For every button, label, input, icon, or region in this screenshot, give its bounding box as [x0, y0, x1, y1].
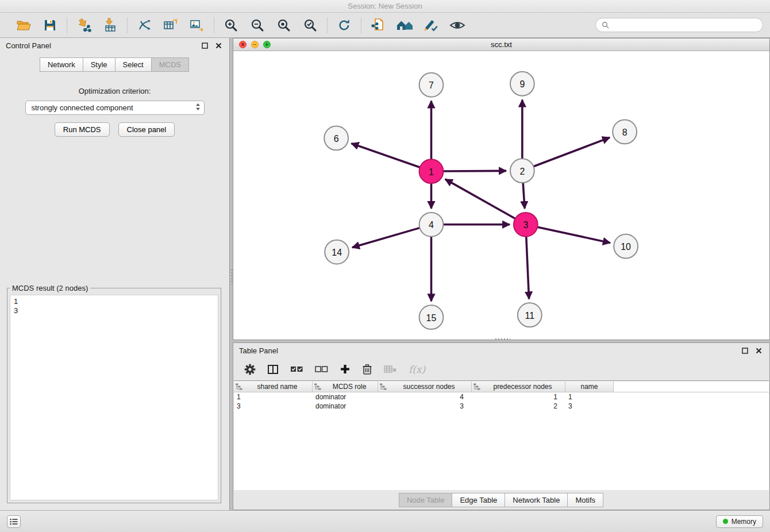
edge-3-11[interactable]: [526, 237, 529, 299]
column-header-predecessor-nodes[interactable]: predecessor nodes: [472, 381, 565, 392]
edge-3-1[interactable]: [445, 179, 515, 219]
close-window-icon[interactable]: ×: [239, 41, 247, 48]
column-header-name[interactable]: name: [565, 381, 614, 392]
column-header-shared-name[interactable]: shared name: [234, 381, 313, 392]
run-mcds-button[interactable]: Run MCDS: [55, 122, 110, 137]
memory-status-icon: [723, 519, 728, 524]
edge-1-6[interactable]: [351, 144, 419, 168]
mcds-result-list[interactable]: 1 3: [10, 295, 218, 500]
refresh-button[interactable]: [335, 16, 353, 34]
close-panel-button[interactable]: Close panel: [118, 122, 175, 137]
optimization-criterion-select[interactable]: strongly connected component: [25, 101, 205, 115]
export-network-button[interactable]: [135, 16, 153, 34]
cell-mcds-role: dominator: [313, 402, 378, 410]
home-layout-button[interactable]: [395, 16, 414, 34]
zoom-in-button[interactable]: [222, 16, 240, 34]
zoom-out-button[interactable]: [248, 16, 267, 34]
float-panel-icon[interactable]: [199, 40, 210, 51]
function-builder-button[interactable]: f(x): [409, 364, 425, 375]
apply-style-button[interactable]: [422, 16, 440, 34]
zoom-fit-icon: [276, 18, 291, 33]
node-3[interactable]: 3: [514, 213, 538, 237]
tab-style[interactable]: Style: [83, 57, 116, 72]
column-header-mcds-role[interactable]: MCDS role: [313, 381, 378, 392]
control-panel-tabbar: Network Style Select MCDS: [0, 57, 229, 72]
splitter-grip-vertical[interactable]: [231, 269, 233, 284]
search-icon: [602, 21, 609, 29]
save-session-button[interactable]: [41, 16, 59, 34]
splitter-grip-horizontal[interactable]: [495, 338, 510, 340]
tab-network-table[interactable]: Network Table: [505, 493, 568, 507]
task-history-button[interactable]: [7, 515, 21, 528]
network-window-titlebar[interactable]: scc.txt × − +: [233, 38, 769, 51]
close-table-panel-icon[interactable]: [753, 345, 764, 356]
tab-network[interactable]: Network: [40, 57, 83, 72]
zoom-fit-button[interactable]: [275, 16, 293, 34]
deselect-all-button[interactable]: [315, 364, 328, 374]
tab-select[interactable]: Select: [115, 57, 152, 72]
zoom-selected-button[interactable]: [301, 16, 319, 34]
window-titlebar[interactable]: Session: New Session: [0, 0, 770, 13]
node-label: 3: [523, 220, 528, 230]
table-row[interactable]: 1 dominator 4 1 1: [234, 392, 769, 402]
tab-mcds[interactable]: MCDS: [151, 57, 189, 72]
node-2[interactable]: 2: [510, 159, 534, 183]
node-4[interactable]: 4: [419, 213, 444, 237]
float-table-panel-icon[interactable]: [740, 345, 750, 356]
network-canvas[interactable]: 7968124314101511: [233, 52, 769, 340]
search-field[interactable]: [595, 18, 763, 32]
mcds-result-line: 3: [14, 306, 214, 315]
node-label: 14: [332, 248, 342, 257]
table-row[interactable]: 3 dominator 3 2 3: [234, 402, 769, 411]
sort-icon: [314, 383, 321, 390]
show-columns-button[interactable]: [267, 364, 279, 375]
node-label: 11: [525, 311, 535, 321]
export-network-icon: [137, 18, 152, 33]
node-6[interactable]: 6: [324, 126, 348, 150]
edge-4-14[interactable]: [352, 228, 419, 248]
tab-edge-table[interactable]: Edge Table: [452, 493, 505, 507]
edge-1-2[interactable]: [443, 171, 506, 171]
open-folder-icon: [16, 18, 32, 32]
export-table-button[interactable]: [161, 16, 180, 34]
tab-node-table[interactable]: Node Table: [399, 493, 453, 507]
node-label: 1: [429, 167, 434, 177]
minimize-window-icon[interactable]: −: [251, 41, 259, 48]
delete-table-button[interactable]: [384, 364, 397, 375]
node-14[interactable]: 14: [325, 240, 349, 264]
edge-2-3[interactable]: [523, 183, 525, 209]
status-bar: Memory: [0, 510, 770, 532]
node-9[interactable]: 9: [510, 72, 534, 96]
mcds-result-box: MCDS result (2 nodes) 1 3: [7, 284, 221, 503]
node-1[interactable]: 1: [419, 159, 444, 183]
network-graph[interactable]: 7968124314101511: [233, 52, 769, 340]
toolbar-group-import: [67, 16, 127, 34]
show-graphics-details-button[interactable]: [448, 16, 467, 34]
search-input[interactable]: [613, 21, 757, 29]
node-10[interactable]: 10: [614, 234, 638, 259]
column-header-successor-nodes[interactable]: successor nodes: [378, 381, 472, 392]
home-icon: [396, 18, 413, 33]
maximize-window-icon[interactable]: +: [263, 41, 271, 48]
close-panel-icon[interactable]: [213, 40, 224, 51]
control-panel: Control Panel Network Style Select MCDS …: [0, 38, 230, 510]
table-panel-title: Table Panel: [239, 346, 736, 355]
node-15[interactable]: 15: [419, 305, 444, 329]
edge-3-10[interactable]: [537, 227, 610, 242]
clone-network-button[interactable]: [369, 16, 387, 34]
delete-column-button[interactable]: [362, 364, 372, 375]
node-8[interactable]: 8: [613, 120, 637, 144]
open-file-button[interactable]: [14, 16, 33, 34]
import-table-button[interactable]: [101, 16, 120, 34]
import-network-button[interactable]: [75, 16, 93, 34]
cell-name: 1: [565, 393, 614, 401]
add-column-button[interactable]: [340, 364, 351, 375]
tab-motifs[interactable]: Motifs: [567, 493, 603, 507]
table-settings-button[interactable]: [244, 364, 256, 375]
node-11[interactable]: 11: [518, 303, 542, 327]
edge-2-8[interactable]: [533, 137, 610, 166]
memory-button[interactable]: Memory: [716, 515, 763, 528]
export-image-button[interactable]: [188, 16, 206, 34]
select-all-button[interactable]: [290, 364, 303, 374]
node-7[interactable]: 7: [419, 73, 444, 97]
